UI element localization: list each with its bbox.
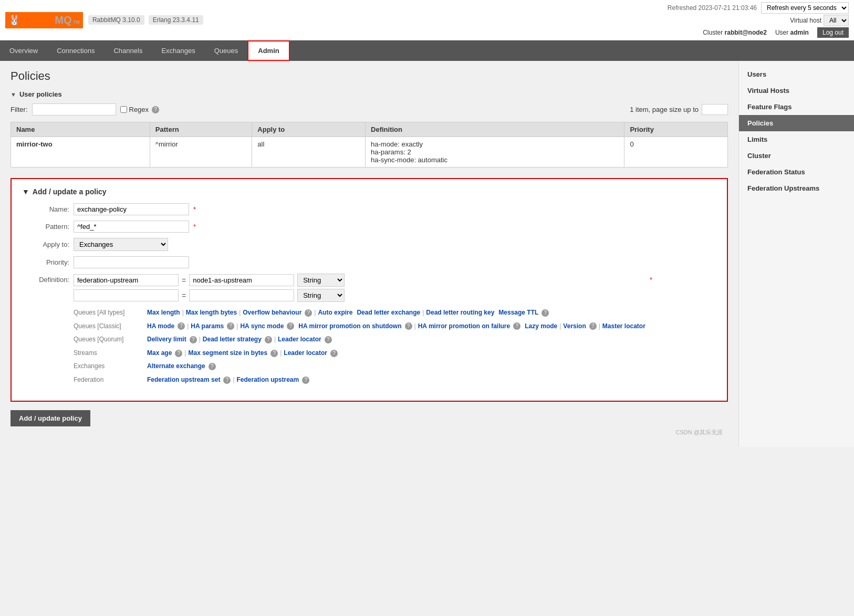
logo-area: 🐰 RabbitMQ TM RabbitMQ 3.10.0 Erlang 23.… <box>5 12 203 28</box>
def-type-1[interactable]: String <box>297 274 345 287</box>
cluster-info: Cluster rabbit@node2 <box>703 29 767 36</box>
sidebar-item-federation-upstreams[interactable]: Federation Upstreams <box>739 180 854 196</box>
col-definition: Definition <box>366 122 624 137</box>
queues-classic-links: HA mode ? | HA params ? | HA sync mode ?… <box>147 321 645 332</box>
rabbitmq-version: RabbitMQ 3.10.0 <box>88 15 144 25</box>
refreshed-text: Refreshed 2023-07-21 21:03:46 <box>668 4 757 12</box>
regex-checkbox[interactable] <box>120 106 127 113</box>
main-layout: Policies ▼ User policies Filter: Regex ?… <box>0 61 854 447</box>
link-lazy-mode[interactable]: Lazy mode <box>525 321 557 332</box>
link-quorum-leader-locator[interactable]: Leader locator <box>278 334 321 346</box>
equals-2: = <box>182 291 186 300</box>
form-title: Add / update a policy <box>33 187 107 196</box>
def-key-1[interactable]: federation-upstream <box>74 274 179 286</box>
link-stream-leader-locator[interactable]: Leader locator <box>284 348 327 359</box>
link-version[interactable]: Version <box>563 321 586 332</box>
sidebar-item-limits[interactable]: Limits <box>739 131 854 148</box>
link-overflow-behaviour[interactable]: Overflow behaviour <box>243 307 301 319</box>
link-ha-mirror-shutdown[interactable]: HA mirror promotion on shutdown <box>298 321 401 332</box>
regex-help[interactable]: ? <box>152 106 159 113</box>
link-master-locator[interactable]: Master locator <box>602 321 645 332</box>
link-auto-expire[interactable]: Auto expire <box>318 307 352 319</box>
link-ha-mirror-failure[interactable]: HA mirror promotion on failure <box>418 321 511 332</box>
table-row: mirrior-two ^mirrior all ha-mode: exactl… <box>11 137 728 168</box>
def-type-2[interactable]: String <box>297 289 345 302</box>
nav-overview[interactable]: Overview <box>0 41 47 60</box>
nav-connections[interactable]: Connections <box>47 41 104 60</box>
link-delivery-limit[interactable]: Delivery limit <box>147 334 186 346</box>
definition-area: federation-upstream = node1-as-upstream … <box>74 274 645 387</box>
version-help[interactable]: ? <box>589 322 597 330</box>
def-line2: ha-params: 2 <box>371 148 619 156</box>
queues-quorum-row: Queues [Quorum] Delivery limit ? | Dead … <box>74 334 645 346</box>
link-max-length-bytes[interactable]: Max length bytes <box>186 307 237 319</box>
stream-leader-help[interactable]: ? <box>330 350 338 357</box>
fed-upstream-set-help[interactable]: ? <box>223 377 231 384</box>
page-size-input[interactable]: 100 <box>702 104 728 115</box>
link-dead-letter-strategy[interactable]: Dead letter strategy <box>203 334 262 346</box>
link-message-ttl[interactable]: Message TTL <box>498 307 538 319</box>
sidebar-item-federation-status[interactable]: Federation Status <box>739 164 854 180</box>
name-input[interactable]: exchange-policy <box>74 203 189 215</box>
overflow-help[interactable]: ? <box>305 309 312 317</box>
filter-input[interactable] <box>32 103 116 116</box>
ha-mode-help[interactable]: ? <box>178 322 185 330</box>
priority-input[interactable] <box>74 256 189 268</box>
link-federation-upstream-set[interactable]: Federation upstream set <box>147 374 220 386</box>
exchanges-row: Exchanges Alternate exchange ? <box>74 361 645 372</box>
link-max-length[interactable]: Max length <box>147 307 180 319</box>
vhost-select[interactable]: All <box>824 15 849 26</box>
ha-failure-help[interactable]: ? <box>513 322 520 330</box>
nav-channels[interactable]: Channels <box>104 41 152 60</box>
link-dead-letter-routing-key[interactable]: Dead letter routing key <box>426 307 494 319</box>
pattern-input[interactable]: ^fed_* <box>74 221 189 233</box>
link-ha-mode[interactable]: HA mode <box>147 321 174 332</box>
def-val-1[interactable]: node1-as-upstream <box>189 274 294 286</box>
max-segment-help[interactable]: ? <box>270 350 278 357</box>
link-ha-sync-mode[interactable]: HA sync mode <box>240 321 284 332</box>
def-val-2[interactable] <box>189 289 294 301</box>
delivery-limit-help[interactable]: ? <box>190 336 197 343</box>
def-key-2[interactable] <box>74 289 179 301</box>
link-max-age[interactable]: Max age <box>147 348 172 359</box>
nav-queues[interactable]: Queues <box>205 41 248 60</box>
alt-exchange-help[interactable]: ? <box>209 363 216 370</box>
link-alternate-exchange[interactable]: Alternate exchange <box>147 361 205 372</box>
sidebar-item-virtual-hosts[interactable]: Virtual Hosts <box>739 82 854 99</box>
sidebar-item-feature-flags[interactable]: Feature Flags <box>739 99 854 115</box>
queues-all-label: Queues [All types] <box>74 307 142 319</box>
fed-upstream-help[interactable]: ? <box>302 377 309 384</box>
name-label: Name: <box>22 205 69 213</box>
ha-params-help[interactable]: ? <box>227 322 234 330</box>
dl-strategy-help[interactable]: ? <box>265 336 272 343</box>
col-priority: Priority <box>624 122 728 137</box>
apply-to-row: Apply to: Exchanges <box>22 238 716 251</box>
link-max-segment-size[interactable]: Max segment size in bytes <box>188 348 267 359</box>
policy-name[interactable]: mirrior-two <box>11 137 150 168</box>
logout-button[interactable]: Log out <box>817 27 849 38</box>
link-federation-upstream[interactable]: Federation upstream <box>237 374 299 386</box>
refresh-select[interactable]: Refresh every 5 seconds <box>761 2 849 14</box>
apply-to-label: Apply to: <box>22 241 69 248</box>
vhost-row: Virtual host All <box>790 15 849 26</box>
sidebar-item-cluster[interactable]: Cluster <box>739 148 854 164</box>
policy-priority: 0 <box>624 137 728 168</box>
message-ttl-help[interactable]: ? <box>541 309 549 317</box>
ha-sync-help[interactable]: ? <box>287 322 294 330</box>
user-policies-section-header[interactable]: ▼ User policies <box>11 90 728 98</box>
link-dead-letter-exchange[interactable]: Dead letter exchange <box>357 307 420 319</box>
pattern-row: Pattern: ^fed_* * <box>22 221 716 233</box>
queues-all-links: Max length | Max length bytes | Overflow… <box>147 307 549 319</box>
quorum-leader-help[interactable]: ? <box>325 336 332 343</box>
nav-admin[interactable]: Admin <box>247 40 289 61</box>
sidebar-item-users[interactable]: Users <box>739 66 854 82</box>
link-ha-params[interactable]: HA params <box>191 321 224 332</box>
nav-exchanges[interactable]: Exchanges <box>152 41 204 60</box>
max-age-help[interactable]: ? <box>175 350 182 357</box>
page-size-prefix: 1 item, page size up to <box>630 106 699 113</box>
add-policy-button[interactable]: Add / update policy <box>11 410 90 426</box>
sidebar-item-policies[interactable]: Policies <box>739 115 854 131</box>
apply-to-select[interactable]: Exchanges <box>74 238 168 251</box>
ha-shutdown-help[interactable]: ? <box>405 322 412 330</box>
exchanges-links: Alternate exchange ? <box>147 361 216 372</box>
